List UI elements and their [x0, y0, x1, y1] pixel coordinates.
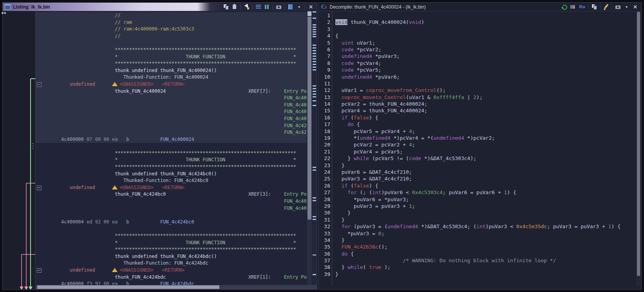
code-line[interactable]: 20 pcVar2 = pcVar2 + 4;	[318, 141, 636, 148]
xref-label[interactable]: XREF[7]:	[248, 88, 271, 95]
code-line[interactable]: 4{	[318, 32, 636, 39]
paste-icon[interactable]	[232, 4, 238, 10]
listing-line[interactable]: FUN_4c400	[36, 95, 307, 102]
listing-line[interactable]: FUN_4c400	[36, 102, 307, 109]
nav-marker[interactable]	[313, 167, 316, 168]
xref-label[interactable]: XREF[3]:	[248, 191, 271, 198]
nav-marker[interactable]	[313, 36, 316, 37]
nav-marker[interactable]	[313, 254, 316, 256]
scrollbar-thumb[interactable]	[308, 17, 311, 220]
scrollbar-thumb[interactable]	[637, 12, 640, 276]
listing-line[interactable]: FUN_4c400	[36, 198, 307, 205]
diff-merge-icon[interactable]	[264, 4, 270, 10]
listing-line[interactable]: thunk undefined thunk_FUN_4c400024()	[36, 67, 307, 74]
nav-marker[interactable]	[313, 216, 316, 217]
code-line[interactable]: 32 for (puVar3 = (undefined4 *)&DAT_4c53…	[318, 223, 636, 230]
nav-marker[interactable]	[313, 47, 316, 49]
marker-margin[interactable]	[312, 11, 317, 285]
nav-marker[interactable]	[313, 96, 316, 97]
listing-line[interactable]: thunk_FUN_4c424bdcXREF[1]:Entry Poi	[36, 274, 307, 281]
caret-icon[interactable]: ▾	[624, 4, 630, 10]
code-line[interactable]: 8 code *pcVar4;	[318, 60, 636, 67]
nav-marker[interactable]	[313, 88, 316, 89]
xref-target[interactable]: Entry Poi	[284, 191, 307, 198]
nav-marker[interactable]	[313, 61, 316, 62]
xref-target[interactable]: Entry Poi	[284, 274, 307, 281]
code-line[interactable]: 9 code *pcVar5;	[318, 67, 636, 73]
code-line[interactable]: 1	[318, 12, 636, 19]
collapse-toggle[interactable]	[37, 268, 42, 273]
listing-line[interactable]: thunk undefined thunk_FUN_4c424bc0()	[36, 171, 307, 178]
code-line[interactable]: 28 *puVar6 = *puVar3;	[318, 196, 636, 203]
code-line[interactable]: 2void thunk_FUN_4c400024(void)	[318, 19, 636, 25]
xref-target[interactable]: FUN_4c424	[284, 123, 307, 130]
code-line[interactable]: 6 code *pcVar2;	[318, 46, 636, 53]
nav-marker[interactable]	[313, 274, 316, 275]
xref-target[interactable]: FUN_4c403	[284, 115, 307, 123]
xref-target[interactable]: FUN_4c403	[284, 108, 307, 115]
nav-marker[interactable]	[313, 31, 316, 32]
code-line[interactable]: 33 *puVar3 = 0;	[318, 230, 636, 237]
code-line[interactable]: 14 pcVar2 = thunk_FUN_4c400024;	[318, 101, 636, 107]
nav-marker[interactable]	[313, 105, 316, 106]
code-line[interactable]: 29 puVar3 = puVar3 + 1;	[318, 203, 636, 209]
listing-line[interactable]: // ram:4c400000-ram:4c5303c3	[36, 26, 307, 33]
nav-marker[interactable]	[313, 18, 316, 19]
code-line[interactable]: 27 for (; (int)puVar6 < 0x4c5303c4; puVa…	[318, 189, 636, 196]
listing-line[interactable]: undefined <UNASSIGNED> <RETURN>	[36, 81, 307, 88]
close-icon[interactable]: ×	[308, 4, 314, 10]
diff-table-icon[interactable]	[255, 4, 261, 10]
code-line[interactable]: 38 } while( true );	[318, 264, 636, 270]
listing-line[interactable]: // ram	[36, 19, 307, 26]
listing-line[interactable]: FUN_4c424	[36, 123, 307, 130]
xref-target[interactable]: FUN_4c400	[284, 102, 307, 109]
nav-marker[interactable]	[313, 27, 316, 28]
nav-marker[interactable]	[313, 53, 316, 54]
nav-marker[interactable]	[313, 94, 316, 95]
book-icon[interactable]	[288, 4, 293, 10]
code-line[interactable]: 31 }	[318, 216, 636, 223]
copy-icon[interactable]	[592, 4, 597, 10]
nav-marker[interactable]	[313, 64, 316, 65]
listing-line[interactable]: undefined <UNASSIGNED> <RETURN>	[36, 267, 307, 274]
nav-marker[interactable]	[313, 91, 316, 92]
nav-marker[interactable]	[313, 45, 316, 46]
code-line[interactable]: 24 puVar6 = &DAT_4c4cf210;	[318, 169, 636, 175]
copy-icon[interactable]	[223, 4, 229, 10]
listing-line[interactable]: ****************************************…	[36, 150, 307, 157]
listing-line[interactable]: undefined <UNASSIGNED> <RETURN>	[36, 184, 307, 191]
listing-line[interactable]: Thunked-Function: FUN_4c424bc0	[36, 177, 307, 184]
code-line[interactable]: 37 /* WARNING: Do nothing block with inf…	[318, 257, 636, 264]
code-line[interactable]: 19 *(undefined4 *)pcVar4 = *(undefined4 …	[318, 135, 636, 141]
code-line[interactable]: 26 if (false) {	[318, 182, 636, 189]
nav-marker[interactable]	[313, 56, 316, 57]
listing-line[interactable]: //	[36, 33, 307, 40]
code-line[interactable]: 22 } while (pcVar5 != (code *)&DAT_4c530…	[318, 155, 636, 162]
decompile-vertical-scrollbar[interactable]	[636, 11, 641, 286]
code-line[interactable]: 39}	[318, 271, 636, 278]
edit-icon[interactable]	[603, 4, 609, 10]
code-line[interactable]: 25 puVar3 = &DAT_4c4cf210;	[318, 175, 636, 182]
nav-marker[interactable]	[313, 34, 316, 35]
listing-content[interactable]: // // ram // ram:4c400000-ram:4c5303c3 /…	[36, 11, 307, 289]
ro-icon[interactable]: Ro	[579, 4, 586, 10]
code-line[interactable]: 16 if (false) {	[318, 114, 636, 121]
code-line[interactable]: 12 uVar1 = coproc_movefrom_Control();	[318, 87, 636, 94]
listing-line[interactable]: FUN_4c403	[36, 108, 307, 115]
listing-line[interactable]: thunk_FUN_4c400024XREF[7]:Entry Poi	[36, 88, 307, 95]
listing-horizontal-scrollbar[interactable]	[36, 285, 317, 289]
nav-marker[interactable]	[313, 197, 316, 198]
xref-target[interactable]: FUN_4c400	[284, 205, 307, 212]
listing-line[interactable]: 4c400000 07 00 00 ea b FUN_4c400024	[36, 136, 307, 143]
xref-target[interactable]: FUN_4c400	[284, 198, 307, 205]
code-line[interactable]: 3	[318, 26, 636, 32]
cursor-icon[interactable]	[244, 4, 250, 10]
nav-marker[interactable]	[313, 69, 316, 70]
code-line[interactable]: 7 undefined4 *puVar3;	[318, 53, 636, 59]
code-line[interactable]: 11	[318, 80, 636, 87]
snapshot-icon[interactable]	[276, 4, 282, 10]
code-line[interactable]: 35 FUN_4c42638c();	[318, 243, 636, 250]
xref-target[interactable]: Entry Poi	[284, 88, 307, 95]
listing-line[interactable]: * THUNK FUNCTION *	[36, 54, 307, 61]
code-line[interactable]: 5 uint uVar1;	[318, 40, 636, 46]
